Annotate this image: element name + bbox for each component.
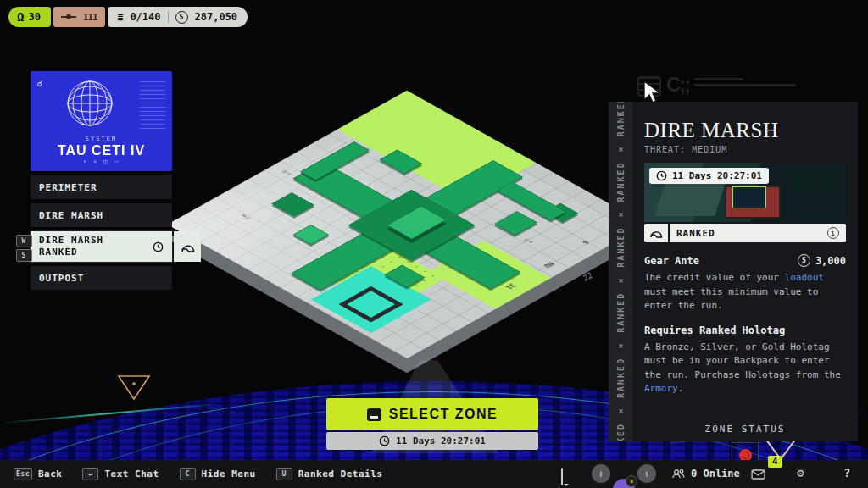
text-chat-button[interactable]: ↵ Text Chat bbox=[82, 468, 159, 480]
player-level-pill[interactable]: Ω 30 bbox=[8, 7, 51, 27]
map-marker-icon bbox=[117, 373, 151, 402]
mode-badge[interactable]: RANKED i bbox=[644, 224, 846, 242]
globe-icon bbox=[63, 76, 117, 130]
credits-icon: S bbox=[175, 11, 188, 24]
gear-ante-label: Gear Ante bbox=[644, 255, 699, 267]
zone-title: DIRE MARSH bbox=[644, 119, 846, 142]
settings-gear-icon[interactable]: ⚙ bbox=[797, 467, 804, 479]
select-zone-button[interactable]: SELECT ZONE bbox=[326, 398, 538, 430]
gear-ante-description: The credit value of your loadout must me… bbox=[644, 271, 846, 313]
top-hud: Ω 30 III ≣ 0/140 S 287,050 bbox=[8, 7, 248, 27]
key-up: W bbox=[16, 235, 32, 247]
zone-entry-icon bbox=[338, 286, 403, 323]
c-key-icon: C bbox=[180, 468, 196, 480]
ranked-helmet-icon bbox=[174, 231, 201, 262]
online-status: 0 Online bbox=[672, 468, 740, 480]
clock-icon bbox=[153, 241, 164, 252]
party-leader-badge-icon: ♛ bbox=[626, 475, 637, 487]
nav-key-hints: W S bbox=[16, 235, 32, 262]
mode-badge-label: RANKED bbox=[676, 228, 715, 239]
map-tile: 6 MU 31 ⠿⠛ ⠿ ⠛⠿ ⠿⠛ bbox=[167, 91, 647, 358]
node-icon bbox=[61, 16, 76, 18]
map-grid-label: 31 bbox=[504, 282, 517, 290]
map-region-lime bbox=[337, 91, 537, 202]
zone-sidebar: ☌ SYSTEM TAU CETI IV • ⨯ ◫ ⋯ PERIMETER D… bbox=[31, 71, 172, 290]
party-slot-add-button[interactable]: + bbox=[592, 464, 610, 483]
ranked-ribbon-text: RANKED × RANKED × RANKED × RANKED × RANK… bbox=[616, 102, 626, 441]
online-count: 0 Online bbox=[691, 468, 740, 480]
spacebar-key-icon bbox=[367, 408, 381, 421]
people-icon bbox=[672, 469, 685, 479]
text-chat-label: Text Chat bbox=[104, 469, 159, 480]
zone-item-label: DIRE MARSH bbox=[39, 210, 103, 221]
map-region-selected[interactable] bbox=[311, 266, 431, 333]
map-structure bbox=[293, 225, 329, 245]
map-structure bbox=[384, 264, 425, 287]
map-structure bbox=[291, 160, 523, 290]
system-name: TAU CETI IV bbox=[31, 143, 172, 158]
map-structure bbox=[293, 162, 521, 289]
ranked-helmet-icon bbox=[644, 224, 668, 242]
armory-link[interactable]: Armory bbox=[644, 383, 678, 394]
map-tower bbox=[387, 206, 447, 240]
hide-menu-button[interactable]: C Hide Menu bbox=[180, 468, 256, 480]
help-icon[interactable]: ? bbox=[843, 467, 850, 479]
u-key-icon: U bbox=[276, 468, 292, 480]
map-region-lime bbox=[428, 241, 550, 309]
hud-nav-segment[interactable]: III bbox=[53, 7, 105, 27]
zone-item-outpost[interactable]: OUTPOST bbox=[31, 266, 172, 290]
enter-key-icon: ↵ bbox=[82, 468, 98, 480]
threat-level: THREAT: MEDIUM bbox=[644, 145, 846, 154]
map-structure bbox=[271, 192, 314, 216]
map-structure bbox=[545, 203, 579, 222]
back-button[interactable]: Esc Back bbox=[14, 468, 62, 480]
key-down: S bbox=[16, 249, 32, 262]
map-grid-label: 22 bbox=[581, 271, 593, 283]
zone-item-dire-marsh-ranked[interactable]: W S DIRE MARSH RANKED bbox=[31, 231, 172, 262]
zone-status-label: ZONE STATUS bbox=[644, 424, 846, 435]
party-slot-add-button[interactable]: + bbox=[637, 464, 656, 483]
system-icons: • ⨯ ◫ ⋯ bbox=[31, 158, 172, 165]
player-level: 30 bbox=[28, 11, 40, 23]
chat-bubble-icon[interactable] bbox=[561, 468, 563, 485]
info-icon[interactable]: i bbox=[827, 227, 839, 239]
zone-detail-panel: DIRE MARSH THREAT: MEDIUM 11 Days 20:27:… bbox=[632, 102, 858, 441]
clock-icon bbox=[656, 170, 667, 181]
mail-icon[interactable] bbox=[751, 469, 765, 480]
holotag-title: Requires Ranked Holotag bbox=[644, 324, 846, 336]
map-structure bbox=[494, 211, 537, 235]
player-icon: Ω bbox=[17, 11, 24, 23]
map-grid-label: 6 bbox=[580, 239, 590, 245]
hide-menu-label: Hide Menu bbox=[202, 469, 256, 480]
map-tile-side bbox=[167, 105, 647, 373]
zone-item-label: OUTPOST bbox=[39, 273, 84, 284]
map-structure bbox=[379, 149, 422, 173]
map-structure bbox=[300, 141, 370, 180]
select-zone-label: SELECT ZONE bbox=[389, 407, 498, 422]
system-label: SYSTEM bbox=[31, 136, 172, 142]
system-card: ☌ SYSTEM TAU CETI IV • ⨯ ◫ ⋯ bbox=[31, 71, 172, 171]
esc-key-icon: Esc bbox=[14, 468, 32, 480]
zone-photo: 11 Days 20:27:01 bbox=[644, 163, 846, 222]
map-structure bbox=[497, 181, 566, 220]
divider bbox=[168, 11, 169, 23]
mail-count-badge: 4 bbox=[768, 456, 782, 468]
loadout-link[interactable]: loadout bbox=[785, 272, 824, 283]
map-structure bbox=[348, 190, 476, 261]
zone-item-label: PERIMETER bbox=[39, 182, 97, 193]
holotag-description: A Bronze, Silver, or Gold Holotag must b… bbox=[644, 341, 846, 396]
credits-value: 287,050 bbox=[195, 11, 238, 23]
map-region-lime-dotted bbox=[326, 243, 445, 310]
map-grid-label: MU bbox=[542, 261, 555, 269]
zone-item-perimeter[interactable]: PERIMETER bbox=[31, 175, 172, 199]
system-data-lines bbox=[140, 81, 165, 129]
pillar-icon: III bbox=[83, 12, 97, 23]
select-zone-group: SELECT ZONE 11 Days 20:27:01 bbox=[326, 398, 538, 450]
ranked-ribbon: RANKED × RANKED × RANKED × RANKED × RANK… bbox=[609, 102, 632, 441]
ranked-details-label: Ranked Details bbox=[298, 469, 383, 480]
ranked-details-button[interactable]: U Ranked Details bbox=[276, 468, 383, 480]
zone-item-dire-marsh[interactable]: DIRE MARSH bbox=[31, 203, 172, 227]
zone-timer-badge: 11 Days 20:27:01 bbox=[649, 168, 769, 184]
hud-resources-pill[interactable]: ≣ 0/140 S 287,050 bbox=[108, 7, 248, 27]
quest-counter: 0/140 bbox=[130, 11, 160, 23]
